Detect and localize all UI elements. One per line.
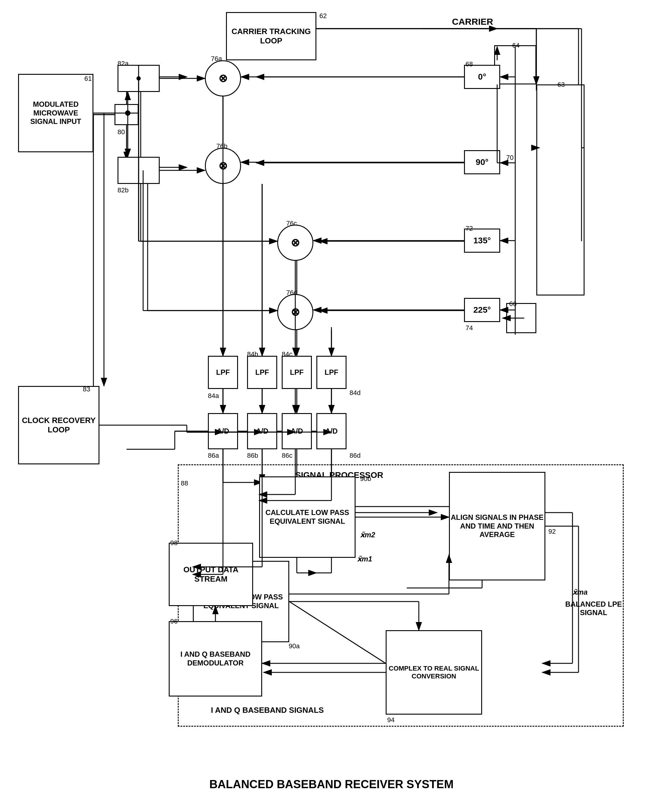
label-72: 72 [466, 224, 473, 233]
calc-lpe-1-label: CALCULATE LOW PASS EQUIVALENT SIGNAL [260, 508, 355, 526]
label-xm2: x̃m2 [360, 531, 375, 539]
multiplier-76b: ⊗ [205, 148, 241, 184]
box-82a [117, 65, 160, 92]
lpf-84b: LPF [247, 356, 277, 389]
carrier-label: CARRIER [452, 17, 493, 27]
box-82b [117, 157, 160, 184]
label-92: 92 [548, 527, 556, 536]
label-82a: 82a [117, 60, 129, 67]
box-63 [536, 84, 584, 295]
diagram-container: CARRIER TRACKING LOOP CARRIER 62 MODULAT… [0, 0, 668, 812]
label-84c: 84c [282, 350, 292, 358]
ad-86a: A/D [208, 413, 238, 449]
label-90b: 90b [360, 475, 371, 483]
output-data-label: OUTPUT DATA STREAM [170, 565, 252, 584]
align-signals-label: ALIGN SIGNALS IN PHASE AND TIME AND THEN… [450, 513, 544, 539]
label-76d: 76d [286, 289, 297, 297]
clock-recovery-label: CLOCK RECOVERY LOOP [19, 416, 99, 435]
box-80 [115, 104, 139, 125]
complex-to-real-label: COMPLEX TO REAL SIGNAL CONVERSION [387, 665, 481, 681]
box-64 [494, 45, 536, 84]
ad-86c: A/D [282, 413, 312, 449]
ad-86d: A/D [316, 413, 346, 449]
lpf-84d: LPF [316, 356, 346, 389]
multiplier-76a: ⊗ [205, 60, 241, 97]
box-225deg: 225° [464, 298, 500, 322]
complex-to-real-box: COMPLEX TO REAL SIGNAL CONVERSION [386, 630, 482, 715]
label-76b: 76b [216, 142, 227, 150]
label-86a: 86a [208, 452, 219, 460]
label-80: 80 [117, 128, 125, 136]
label-84d: 84d [349, 389, 361, 397]
iq-baseband-signals-label: I AND Q BASEBAND SIGNALS [211, 706, 324, 715]
balanced-lpe-label: BALANCED LPE SIGNAL [560, 600, 627, 617]
box-0deg: 0° [464, 65, 500, 89]
label-88: 88 [181, 479, 188, 487]
label-86c: 86c [282, 452, 292, 460]
label-76a: 76a [211, 55, 222, 63]
carrier-tracking-loop-box: CARRIER TRACKING LOOP [226, 12, 316, 60]
label-98: 98 [170, 539, 177, 547]
box-90deg: 90° [464, 150, 500, 174]
label-84a: 84a [208, 392, 219, 400]
multiplier-76c: ⊗ [277, 224, 313, 261]
multiplier-76d: ⊗ [277, 294, 313, 330]
lpf-84c: LPF [282, 356, 312, 389]
label-xm1: x̃m1 [357, 555, 372, 563]
label-70: 70 [506, 154, 513, 162]
label-62: 62 [319, 12, 327, 20]
label-xma: x̃ma [573, 588, 588, 596]
label-83: 83 [83, 385, 90, 393]
lpf-84a: LPF [208, 356, 238, 389]
label-86b: 86b [247, 452, 258, 460]
label-66: 66 [509, 300, 516, 308]
iq-demodulator-label: I AND Q BASEBAND DEMODULATOR [170, 650, 261, 668]
label-68: 68 [466, 60, 473, 68]
label-94: 94 [387, 716, 394, 724]
label-74: 74 [466, 324, 473, 332]
label-61: 61 [84, 75, 92, 83]
label-86d: 86d [349, 452, 361, 460]
label-84b: 84b [247, 350, 258, 358]
carrier-tracking-label: CARRIER TRACKING LOOP [227, 27, 316, 45]
modulated-input-box: MODULATED MICROWAVE SIGNAL INPUT [18, 74, 94, 152]
label-82b: 82b [117, 186, 129, 194]
iq-demodulator-box: I AND Q BASEBAND DEMODULATOR [169, 621, 262, 696]
modulated-input-label: MODULATED MICROWAVE SIGNAL INPUT [19, 100, 92, 126]
clock-recovery-box: CLOCK RECOVERY LOOP [18, 386, 99, 464]
output-data-box: OUTPUT DATA STREAM [169, 543, 253, 606]
page-title: BALANCED BASEBAND RECEIVER SYSTEM [120, 778, 542, 791]
calc-lpe-1-box: CALCULATE LOW PASS EQUIVALENT SIGNAL [259, 476, 356, 558]
label-76c: 76c [286, 219, 297, 227]
ad-86b: A/D [247, 413, 277, 449]
label-63: 63 [558, 81, 564, 89]
label-90a: 90a [289, 642, 300, 650]
align-signals-box: ALIGN SIGNALS IN PHASE AND TIME AND THEN… [449, 472, 545, 581]
label-64: 64 [512, 42, 519, 49]
label-96: 96 [170, 618, 177, 625]
